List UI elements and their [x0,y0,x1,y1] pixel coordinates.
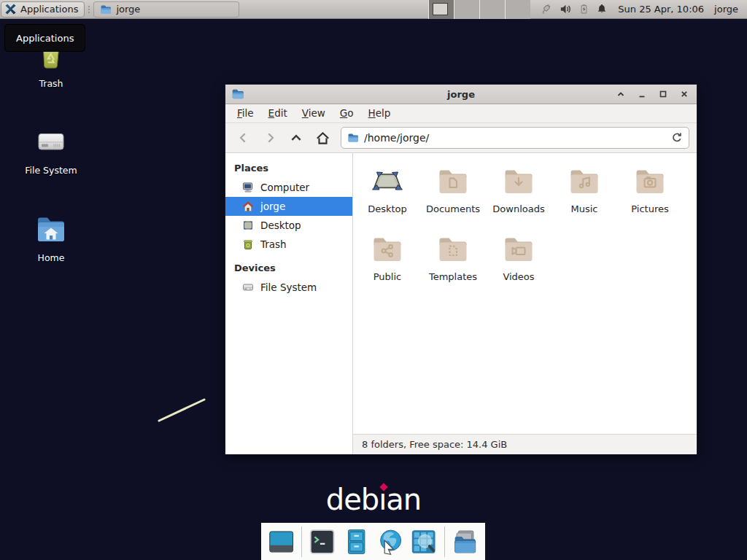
terminal-icon[interactable] [309,528,336,556]
up-arrow-icon [290,131,303,144]
home-icon [316,131,330,145]
sidebar-item-label: Computer [260,182,309,193]
applications-x-logo-icon [4,3,17,15]
file-item-pictures[interactable]: Pictures [617,160,683,228]
file-item-desktop[interactable]: Desktop [355,160,420,228]
dock-separator [301,526,302,557]
file-item-downloads[interactable]: Downloads [486,160,551,228]
sidebar-item-trash[interactable]: Trash [225,235,352,254]
file-label: Downloads [492,203,544,214]
workspace-2[interactable] [454,0,479,19]
files-folder-icon[interactable] [452,528,479,556]
dock [261,523,485,560]
file-label: Pictures [631,203,668,214]
workspace-1[interactable] [428,0,454,19]
menu-help[interactable]: Help [361,104,398,122]
toolbar: /home/jorge/ [225,123,697,153]
workspace-3[interactable] [479,0,505,19]
file-item-templates[interactable]: Templates [420,228,486,296]
file-label: Templates [429,271,477,282]
notifications-bell-icon[interactable] [596,3,608,15]
workspace-switcher [428,0,530,19]
statusbar-text: 8 folders, Free space: 14.4 GiB [362,439,507,450]
sidebar-item-jorge[interactable]: jorge [225,197,352,216]
window-folder-icon [231,88,244,101]
wallpaper-swirl-line [155,395,210,426]
folder-icon [347,132,359,144]
debian-wallpaper-logo: debıan [0,483,747,516]
panel-handle[interactable] [86,2,92,17]
file-label: Music [571,203,598,214]
workspace-4[interactable] [505,0,530,19]
file-view[interactable]: Desktop Documents [353,153,697,434]
power-cable-icon[interactable] [539,3,553,16]
brand-text: an [386,483,421,516]
hard-drive-icon [242,281,254,293]
desktop-icon-home[interactable]: Home [16,212,86,263]
menu-view[interactable]: View [295,104,333,122]
show-desktop-icon[interactable] [268,528,295,556]
forward-arrow-icon [263,131,276,144]
sidebar-item-file-system[interactable]: File System [225,278,352,297]
sidebar-item-label: File System [260,281,317,293]
folder-icon [100,4,112,15]
statusbar: 8 folders, Free space: 14.4 GiB [353,434,697,454]
taskbar-window-button[interactable]: jorge [93,1,239,18]
folder-templates-icon [436,232,471,267]
file-label: Public [374,271,401,282]
username-indicator[interactable]: jorge [714,4,738,15]
desktop-icon-label: File System [25,165,77,176]
sidebar-item-desktop[interactable]: Desktop [225,216,352,235]
menu-go[interactable]: Go [333,104,361,122]
file-item-public[interactable]: Public [355,228,420,296]
desktop-icon-file-system[interactable]: File System [16,125,86,176]
close-window-icon[interactable] [679,89,689,99]
taskbar-window-label: jorge [116,4,140,15]
folder-downloads-icon [501,164,536,199]
menu-file[interactable]: File [230,104,261,122]
folder-share-icon [370,232,405,267]
app-finder-icon[interactable] [410,528,437,556]
web-browser-icon[interactable] [376,528,403,556]
back-button[interactable] [231,127,256,149]
address-bar[interactable]: /home/jorge/ [341,127,689,149]
folder-videos-icon [501,232,536,267]
sidebar-item-label: Desktop [260,219,301,231]
folder-documents-icon [436,164,471,199]
file-label: Documents [426,203,480,214]
reload-icon[interactable] [671,132,683,144]
menu-edit[interactable]: Edit [261,104,295,122]
sidebar-item-computer[interactable]: Computer [225,178,352,197]
clock[interactable]: Sun 25 Apr, 10:06 [618,4,704,15]
file-cabinet-icon[interactable] [343,528,370,556]
menubar: File Edit View Go Help [225,104,697,123]
home-button[interactable] [310,127,335,149]
brand-text: deb [326,483,379,516]
hard-drive-icon [34,125,69,160]
file-item-documents[interactable]: Documents [420,160,486,228]
desktop-icon-label: Trash [39,78,63,89]
home-folder-icon [34,212,69,247]
up-button[interactable] [284,127,309,149]
sidebar-item-label: Trash [260,238,287,250]
applications-menu-button[interactable]: Applications [1,1,85,18]
file-item-videos[interactable]: Videos [486,228,551,296]
home-icon [242,201,254,212]
volume-icon[interactable] [560,3,572,15]
shade-window-icon[interactable] [616,89,626,99]
sidebar-item-label: jorge [260,201,285,212]
file-manager-window: jorge File Edit View Go Help [225,84,697,455]
desktop-surface-icon [370,164,405,199]
sidebar: Places Computer jorge [225,153,353,454]
dock-separator [444,526,445,557]
titlebar[interactable]: jorge [225,85,697,104]
minimize-window-icon[interactable] [637,89,647,99]
maximize-window-icon[interactable] [658,89,668,99]
battery-charging-icon[interactable] [578,3,589,15]
top-panel: Applications jorge [0,0,747,19]
file-item-music[interactable]: Music [551,160,617,228]
back-arrow-icon [237,131,250,144]
forward-button[interactable] [258,127,282,149]
system-tray [539,3,608,16]
applications-tooltip: Applications [4,24,85,52]
